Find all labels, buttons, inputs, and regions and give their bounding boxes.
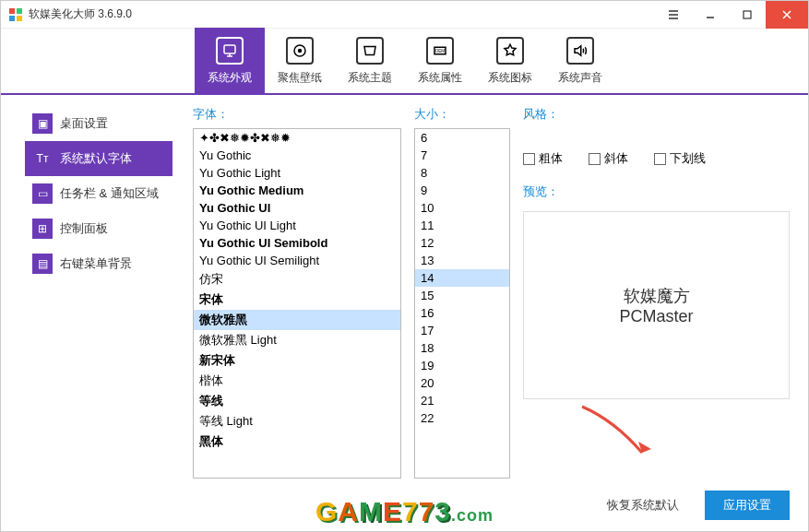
size-label: 大小： [414,106,510,123]
size-option[interactable]: 17 [415,322,509,339]
font-column: 字体： ✦✤✖❅✹✤✖❅✹Yu GothicYu Gothic LightYu … [193,106,401,520]
sidebar-label: 系统默认字体 [60,150,132,167]
size-option[interactable]: 11 [415,217,509,234]
font-option[interactable]: 微软雅黑 [194,310,400,330]
sidebar-icon: Tт [32,148,53,169]
font-option[interactable]: ✦✤✖❅✹✤✖❅✹ [194,129,400,147]
svg-text:OEM: OEM [435,49,446,53]
sidebar-item-1[interactable]: Tт系统默认字体 [25,141,173,176]
font-option[interactable]: 微软雅黑 Light [194,330,400,350]
font-listbox[interactable]: ✦✤✖❅✹✤✖❅✹Yu GothicYu Gothic LightYu Goth… [193,128,401,479]
preview-line1: 软媒魔方 [624,285,690,307]
font-option[interactable]: 黑体 [194,432,400,452]
size-option[interactable]: 19 [415,357,509,374]
toolbar-label: 系统外观 [208,70,252,86]
sidebar-item-3[interactable]: ⊞控制面板 [25,211,173,246]
minimize-button[interactable] [692,1,729,29]
svg-rect-4 [744,11,751,18]
size-option[interactable]: 8 [415,164,509,182]
toolbar-icon [496,37,524,65]
window-title: 软媒美化大师 3.6.9.0 [29,6,132,22]
sidebar-icon: ▭ [32,183,53,204]
font-option[interactable]: Yu Gothic Light [194,164,400,182]
svg-rect-3 [17,16,22,21]
svg-rect-2 [9,16,15,21]
size-option[interactable]: 15 [415,287,509,304]
maximize-button[interactable] [729,1,766,29]
toolbar-label: 系统声音 [558,70,602,86]
close-button[interactable] [766,1,808,29]
sidebar-icon: ⊞ [32,219,53,239]
sidebar: ▣桌面设置Tт系统默认字体▭任务栏 & 通知区域⊞控制面板▤右键菜单背景 [25,106,173,520]
style-row: 粗体 斜体 下划线 [523,150,790,167]
sidebar-label: 任务栏 & 通知区域 [60,185,159,202]
svg-rect-0 [9,8,15,14]
apply-button[interactable]: 应用设置 [705,491,790,520]
size-option[interactable]: 9 [415,182,509,199]
size-option[interactable]: 6 [415,129,509,147]
font-option[interactable]: 等线 [194,391,400,411]
italic-checkbox[interactable]: 斜体 [589,150,628,167]
font-option[interactable]: Yu Gothic UI Semilight [194,252,400,269]
toolbar-item-4[interactable]: 系统图标 [475,28,545,94]
size-option[interactable]: 20 [415,374,509,392]
toolbar-item-3[interactable]: OEM系统属性 [405,28,475,94]
underline-checkbox[interactable]: 下划线 [654,150,706,167]
preview-box: 软媒魔方 PCMaster [523,211,790,399]
font-option[interactable]: 宋体 [194,290,400,310]
sidebar-label: 桌面设置 [60,115,108,132]
font-option[interactable]: Yu Gothic Medium [194,182,400,199]
sidebar-label: 控制面板 [60,220,108,237]
size-option[interactable]: 14 [415,269,509,287]
size-listbox[interactable]: 678910111213141516171819202122 [414,128,510,479]
font-option[interactable]: Yu Gothic UI [194,199,400,217]
reset-button[interactable]: 恢复系统默认 [589,491,697,520]
font-label: 字体： [193,106,401,123]
right-panel: 风格： 粗体 斜体 下划线 预览： 软媒魔方 PCMaster 恢复系统默认 应… [523,106,790,520]
font-option[interactable]: 新宋体 [194,350,400,371]
toolbar-item-2[interactable]: 系统主题 [335,28,405,94]
main-panel: 字体： ✦✤✖❅✹✤✖❅✹Yu GothicYu Gothic LightYu … [173,106,790,520]
font-option[interactable]: Yu Gothic UI Semibold [194,234,400,252]
toolbar-icon [356,37,384,65]
font-option[interactable]: Yu Gothic [194,147,400,164]
svg-rect-1 [17,8,22,14]
svg-rect-5 [224,45,235,53]
toolbar-label: 系统图标 [488,70,532,86]
sidebar-icon: ▤ [32,254,53,274]
content-area: ▣桌面设置Tт系统默认字体▭任务栏 & 通知区域⊞控制面板▤右键菜单背景 字体：… [1,95,808,529]
toolbar-item-1[interactable]: 聚焦壁纸 [265,28,335,94]
toolbar-label: 系统主题 [348,70,392,86]
font-option[interactable]: 等线 Light [194,411,400,432]
toolbar-icon: OEM [426,37,454,65]
sidebar-icon: ▣ [32,113,53,134]
sidebar-item-2[interactable]: ▭任务栏 & 通知区域 [25,176,173,211]
menu-button[interactable] [655,1,692,29]
app-icon [8,7,23,22]
toolbar-label: 系统属性 [418,70,462,86]
size-option[interactable]: 10 [415,199,509,217]
font-option[interactable]: 仿宋 [194,269,400,290]
size-option[interactable]: 18 [415,339,509,357]
button-row: 恢复系统默认 应用设置 [523,481,790,520]
size-option[interactable]: 16 [415,304,509,322]
size-option[interactable]: 7 [415,147,509,164]
titlebar: 软媒美化大师 3.6.9.0 [1,1,808,29]
size-option[interactable]: 22 [415,409,509,427]
size-option[interactable]: 21 [415,392,509,409]
svg-point-7 [298,48,303,53]
size-option[interactable]: 12 [415,234,509,252]
toolbar-label: 聚焦壁纸 [278,70,322,86]
size-column: 大小： 678910111213141516171819202122 [414,106,510,520]
preview-label: 预览： [523,183,790,200]
toolbar-item-0[interactable]: 系统外观 [195,28,265,94]
toolbar-item-5[interactable]: 系统声音 [545,28,615,94]
size-option[interactable]: 13 [415,252,509,269]
bold-checkbox[interactable]: 粗体 [523,150,563,167]
preview-line2: PCMaster [619,307,693,326]
font-option[interactable]: 楷体 [194,371,400,391]
font-option[interactable]: Yu Gothic UI Light [194,217,400,234]
window-controls [655,1,808,29]
sidebar-item-0[interactable]: ▣桌面设置 [25,106,173,141]
sidebar-item-4[interactable]: ▤右键菜单背景 [25,246,173,281]
